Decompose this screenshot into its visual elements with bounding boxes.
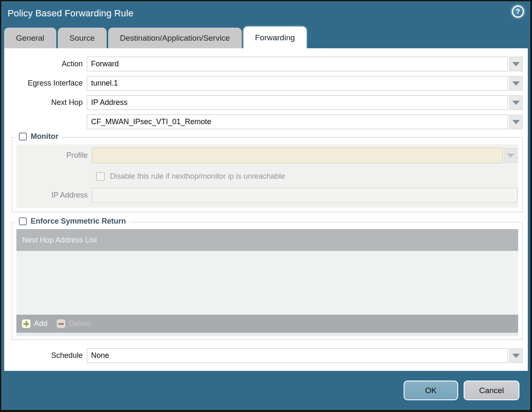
egress-interface-input[interactable] bbox=[87, 76, 508, 91]
schedule-input[interactable] bbox=[87, 348, 508, 363]
monitor-disable-rule-row: Disable this rule if nexthop/monitor ip … bbox=[96, 170, 517, 182]
dropdown-arrow-icon bbox=[512, 62, 520, 66]
next-hop-type-input[interactable] bbox=[87, 95, 508, 110]
tab-source[interactable]: Source bbox=[58, 28, 107, 48]
disable-rule-checkbox-label: Disable this rule if nexthop/monitor ip … bbox=[110, 172, 285, 181]
monitor-checkbox[interactable] bbox=[19, 133, 27, 141]
delete-minus-icon bbox=[57, 319, 65, 328]
action-label: Action bbox=[4, 60, 87, 68]
monitor-ip-address-label: IP Address bbox=[16, 191, 92, 200]
egress-interface-label: Egress Interface bbox=[4, 79, 87, 88]
help-icon[interactable]: ? bbox=[512, 5, 524, 18]
tab-destination-application-service[interactable]: Destination/Application/Service bbox=[108, 28, 242, 48]
delete-button: Delete bbox=[57, 319, 91, 328]
dialog-titlebar: Policy Based Forwarding Rule ? bbox=[1, 1, 530, 26]
monitor-legend: Monitor bbox=[16, 132, 62, 141]
next-hop-address-row bbox=[4, 115, 528, 129]
monitor-profile-row: Profile bbox=[16, 148, 517, 163]
dropdown-arrow-icon bbox=[512, 354, 520, 358]
action-dropdown-button[interactable] bbox=[509, 57, 523, 71]
enforce-symmetric-return-legend: Enforce Symmetric Return bbox=[16, 217, 129, 226]
delete-button-label: Delete bbox=[69, 319, 91, 328]
action-row: Action bbox=[4, 57, 528, 71]
next-hop-row: Next Hop bbox=[4, 95, 528, 110]
dropdown-arrow-icon bbox=[512, 120, 520, 124]
egress-interface-row: Egress Interface bbox=[4, 76, 528, 91]
cancel-button[interactable]: Cancel bbox=[464, 381, 519, 400]
next-hop-label: Next Hop bbox=[4, 98, 87, 107]
tab-bar: General Source Destination/Application/S… bbox=[4, 28, 307, 48]
monitor-fieldset: Monitor Profile Disable this rule if nex… bbox=[12, 137, 523, 212]
monitor-ip-address-row: IP Address bbox=[16, 188, 517, 203]
schedule-row: Schedule bbox=[4, 348, 528, 363]
next-hop-type-dropdown-button[interactable] bbox=[509, 95, 523, 110]
monitor-profile-label: Profile bbox=[16, 151, 92, 160]
schedule-label: Schedule bbox=[4, 351, 87, 360]
next-hop-address-input[interactable] bbox=[87, 115, 508, 129]
monitor-profile-dropdown-button bbox=[504, 148, 517, 163]
next-hop-address-list-body[interactable] bbox=[16, 251, 518, 315]
enforce-symmetric-return-fieldset: Enforce Symmetric Return Next Hop Addres… bbox=[12, 222, 523, 340]
pbf-rule-dialog: Policy Based Forwarding Rule ? General S… bbox=[1, 1, 530, 410]
action-input[interactable] bbox=[87, 57, 508, 71]
ok-button[interactable]: OK bbox=[404, 381, 458, 400]
disable-rule-checkbox bbox=[96, 172, 105, 181]
add-button[interactable]: Add bbox=[22, 319, 47, 328]
enforce-symmetric-return-legend-label: Enforce Symmetric Return bbox=[31, 217, 126, 226]
screen: Policy Based Forwarding Rule ? General S… bbox=[0, 0, 532, 412]
egress-interface-dropdown-button[interactable] bbox=[509, 76, 523, 91]
monitor-ip-address-input bbox=[92, 188, 517, 203]
monitor-profile-input bbox=[92, 148, 503, 163]
add-plus-icon bbox=[22, 319, 31, 328]
next-hop-address-list-toolbar: Add Delete bbox=[16, 315, 518, 333]
next-hop-address-list-header: Next Hop Address List bbox=[16, 229, 518, 251]
next-hop-address-list-table: Next Hop Address List Add Delete bbox=[16, 229, 518, 333]
monitor-legend-label: Monitor bbox=[31, 132, 58, 141]
schedule-dropdown-button[interactable] bbox=[509, 348, 523, 363]
tab-forwarding[interactable]: Forwarding bbox=[243, 26, 307, 48]
enforce-symmetric-return-checkbox[interactable] bbox=[19, 217, 27, 225]
list-scroll-strip bbox=[16, 333, 518, 336]
dropdown-arrow-icon bbox=[512, 81, 520, 86]
dialog-footer: OK Cancel bbox=[1, 371, 530, 410]
add-button-label: Add bbox=[34, 319, 47, 328]
monitor-panel: Profile Disable this rule if nexthop/mon… bbox=[16, 144, 518, 208]
tab-general[interactable]: General bbox=[4, 28, 56, 48]
dropdown-arrow-icon bbox=[512, 101, 520, 105]
dropdown-arrow-icon bbox=[507, 154, 514, 158]
next-hop-address-dropdown-button[interactable] bbox=[509, 115, 523, 129]
tab-content-forwarding: Action Egress Interface Ne bbox=[4, 48, 528, 371]
dialog-title: Policy Based Forwarding Rule bbox=[8, 8, 133, 19]
